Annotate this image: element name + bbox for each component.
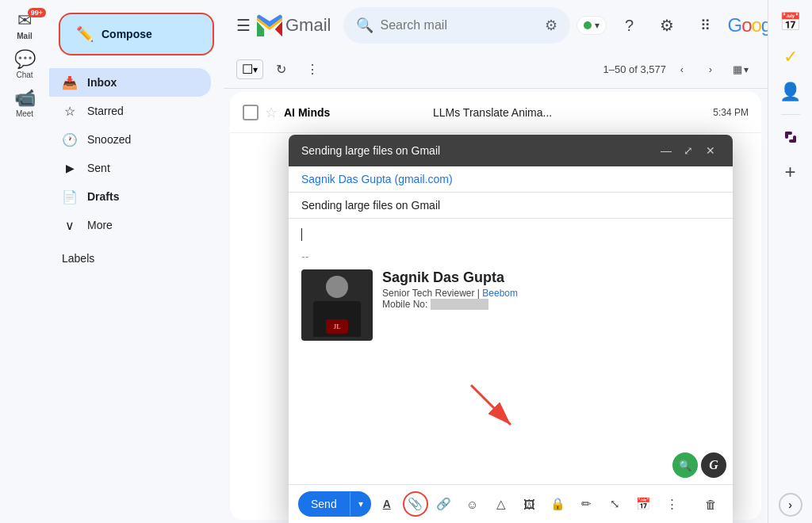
mail-label: Mail xyxy=(17,32,32,40)
attach-button[interactable]: 📎 xyxy=(403,491,428,517)
send-button[interactable]: Send ▾ xyxy=(298,491,371,517)
profile-photo: JL xyxy=(301,269,373,341)
sent-icon: ▶ xyxy=(62,162,78,174)
meet-label: Meet xyxy=(16,109,33,118)
star-icon: ☆ xyxy=(62,104,78,119)
right-sidebar: 📅 ✓ 👤 + › xyxy=(768,0,812,523)
contacts-sidebar-button[interactable]: 👤 xyxy=(775,76,806,108)
profile-mobile: Mobile No: xyxy=(382,299,518,310)
emoji-button[interactable]: ☺ xyxy=(460,491,485,517)
close-compose-button[interactable]: ✕ xyxy=(701,141,720,160)
apps-button[interactable]: ⠿ xyxy=(689,10,721,41)
search-icon: 🔍 xyxy=(356,17,373,34)
grammarly-g-button[interactable]: G xyxy=(701,452,726,478)
compose-footer: Send ▾ A 📎 🔗 ☺ △ 🖼 🔒 ✏ ⤡ 📅 ⋮ 🗑 xyxy=(289,484,733,523)
email-toolbar: ☐ ▾ ↻ ⋮ 1–50 of 3,577 ‹ › ▦ ▾ xyxy=(224,51,768,89)
grammarly-buttons: 🔍 G xyxy=(672,452,726,478)
settings-button[interactable]: ⚙ xyxy=(651,10,683,41)
nav-item-starred[interactable]: ☆ Starred xyxy=(49,97,211,125)
chevron-down-icon: ▾ xyxy=(595,20,599,31)
gmail-logo: Gmail xyxy=(257,13,331,38)
formatting-button[interactable]: A xyxy=(374,491,400,517)
schedule-button[interactable]: 📅 xyxy=(631,491,657,517)
tasks-sidebar-button[interactable]: ✓ xyxy=(775,41,806,73)
status-dot xyxy=(584,21,592,29)
nav-item-snoozed[interactable]: 🕐 Snoozed xyxy=(49,125,211,154)
signature-button[interactable]: ✏ xyxy=(574,491,599,517)
view-chevron-icon: ▾ xyxy=(744,64,749,75)
help-button[interactable]: ? xyxy=(613,10,645,41)
google-logo: Google xyxy=(727,14,768,36)
nav-item-sent[interactable]: ▶ Sent xyxy=(49,154,211,182)
table-row[interactable]: ☆ AI Minds LLMs Translate Anima... 5:34 … xyxy=(230,92,761,133)
compose-subject-field[interactable]: Sending large files on Gmail xyxy=(289,193,733,219)
nav-item-more[interactable]: ∨ More xyxy=(49,211,211,239)
slack-sidebar-button[interactable] xyxy=(775,121,806,153)
drafts-icon: 📄 xyxy=(62,189,78,204)
link-button[interactable]: 🔗 xyxy=(431,491,457,517)
compose-button[interactable]: ✏️ Compose xyxy=(59,13,214,55)
email-checkbox[interactable] xyxy=(243,105,259,120)
drafts-label: Drafts xyxy=(87,190,201,203)
pencil-icon: ✏️ xyxy=(76,25,94,43)
select-checkbox[interactable]: ☐ ▾ xyxy=(236,59,263,79)
expand-button[interactable]: ⤢ xyxy=(679,141,698,160)
prev-page-button[interactable]: ‹ xyxy=(669,57,695,82)
delete-compose-button[interactable]: 🗑 xyxy=(698,491,723,517)
gmail-text: Gmail xyxy=(285,15,331,36)
status-indicator[interactable]: ▾ xyxy=(576,16,607,35)
lock-button[interactable]: 🔒 xyxy=(546,491,571,517)
nav-item-drafts[interactable]: 📄 Drafts xyxy=(49,182,211,211)
sidebar-item-meet[interactable]: 📹 Meet xyxy=(0,84,49,123)
search-bar[interactable]: 🔍 ⚙ xyxy=(343,7,570,44)
labels-heading: Labels xyxy=(49,239,224,268)
pagination-text: 1–50 of 3,577 xyxy=(603,63,666,75)
fullscreen-button[interactable]: ⤡ xyxy=(603,491,628,517)
sidebar-item-mail[interactable]: ✉ Mail 99+ xyxy=(0,6,49,45)
inbox-label: Inbox xyxy=(87,76,201,89)
more-options-footer-button[interactable]: ⋮ xyxy=(660,491,685,517)
starred-label: Starred xyxy=(87,105,201,117)
compose-modal: Sending large files on Gmail — ⤢ ✕ Sagni… xyxy=(289,135,733,523)
profile-name: Sagnik Das Gupta xyxy=(382,269,518,286)
add-app-button[interactable]: + xyxy=(775,156,806,188)
drive-button[interactable]: △ xyxy=(488,491,514,517)
slack-icon xyxy=(781,128,800,147)
send-label: Send xyxy=(298,491,350,517)
app-header: ☰ Gmail 🔍 ⚙ ▾ ? ⚙ ⠿ xyxy=(224,0,768,51)
sent-label: Sent xyxy=(87,162,201,174)
calendar-sidebar-button[interactable]: 📅 xyxy=(775,6,806,38)
snoozed-icon: 🕐 xyxy=(62,132,78,147)
photo-button[interactable]: 🖼 xyxy=(517,491,542,517)
recipient-link[interactable]: Sagnik Das Gupta (gmail.com) xyxy=(301,173,453,185)
chat-label: Chat xyxy=(16,71,33,79)
nav-item-inbox[interactable]: 📥 Inbox xyxy=(49,68,211,97)
sidebar-item-chat[interactable]: 💬 Chat xyxy=(0,45,49,84)
filter-icon[interactable]: ⚙ xyxy=(545,17,557,34)
inbox-icon: 📥 xyxy=(62,75,78,90)
search-input[interactable] xyxy=(380,18,538,32)
send-dropdown-arrow[interactable]: ▾ xyxy=(350,492,371,516)
header-right: ▾ ? ⚙ ⠿ Google S xyxy=(576,10,768,41)
more-options-button[interactable]: ⋮ xyxy=(298,55,327,84)
star-icon[interactable]: ☆ xyxy=(265,104,278,121)
sidebar-separator xyxy=(781,114,800,115)
next-page-button[interactable]: › xyxy=(698,57,723,82)
select-arrow-icon: ▾ xyxy=(253,64,258,75)
beebom-link[interactable]: Beebom xyxy=(482,288,518,299)
pagination-info: 1–50 of 3,577 ‹ › ▦ ▾ xyxy=(603,57,755,82)
expand-sidebar-button[interactable]: › xyxy=(779,493,802,517)
view-selector[interactable]: ▦ ▾ xyxy=(726,60,755,78)
minimize-button[interactable]: — xyxy=(657,141,676,160)
compose-title: Sending large files on Gmail xyxy=(301,144,440,157)
menu-button[interactable]: ☰ xyxy=(236,10,251,41)
refresh-button[interactable]: ↻ xyxy=(266,55,295,84)
grammarly-check-button[interactable]: 🔍 xyxy=(672,452,698,478)
compose-body[interactable]: -- JL Sagnik Das Gupta Senior Tech Revie… xyxy=(289,219,733,484)
more-chevron-icon: ∨ xyxy=(62,218,78,233)
meet-icon: 📹 xyxy=(15,89,34,108)
more-label: More xyxy=(87,219,201,231)
signature-divider: -- JL Sagnik Das Gupta Senior Tech Revie… xyxy=(301,250,720,347)
snoozed-label: Snoozed xyxy=(87,133,201,146)
compose-to-field[interactable]: Sagnik Das Gupta (gmail.com) xyxy=(289,166,733,193)
